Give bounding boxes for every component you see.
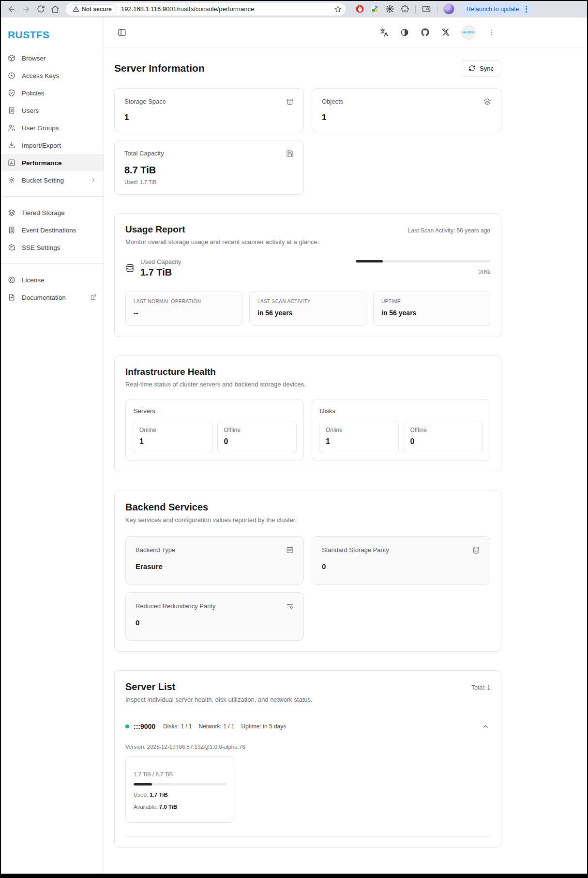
sidebar-item-browser[interactable]: Browser <box>1 49 104 67</box>
backend-title: Backend Services <box>125 502 490 513</box>
screen-search-icon[interactable] <box>422 4 431 14</box>
toolbar-separator <box>437 5 437 13</box>
browser-profile-avatar[interactable] <box>443 3 454 15</box>
external-link-icon <box>90 294 97 301</box>
last-scan-activity-box: LAST SCAN ACTIVITY in 56 years <box>249 292 366 326</box>
settings-extension-icon[interactable] <box>385 4 394 14</box>
chevron-right-icon <box>90 177 97 184</box>
browser-toolbar: Not secure 192.168.1.116:9001/rustfs/con… <box>1 1 587 17</box>
forward-button[interactable] <box>20 3 32 15</box>
disk-available-line: Available: 7.0 TiB <box>134 804 226 810</box>
standard-parity-value: 0 <box>322 562 480 570</box>
server-list-section: Server List Total: 1 Inspect individual … <box>114 670 501 848</box>
not-secure-chip[interactable]: Not secure <box>69 4 117 14</box>
chevron-up-icon <box>482 723 489 730</box>
page-title: Server Information <box>114 62 205 74</box>
cube-icon <box>8 54 15 62</box>
users-icon <box>8 124 15 132</box>
infrastructure-title: Infrastructure Health <box>125 367 490 377</box>
document-icon <box>8 293 15 301</box>
infrastructure-health-section: Infrastructure Health Real-time status o… <box>114 355 501 472</box>
sidebar-item-import-export[interactable]: Import/Export <box>1 137 104 154</box>
server-row[interactable]: :::9000 Disks: 1 / 1 Network: 1 / 1 Upti… <box>125 723 490 730</box>
home-icon <box>51 5 60 14</box>
relaunch-button[interactable]: Relaunch to update <box>460 2 532 15</box>
disk-progress-bar <box>134 783 226 786</box>
storage-space-label: Storage Space <box>124 98 166 105</box>
x-twitter-link[interactable] <box>441 28 450 36</box>
server-list-divider <box>125 836 490 837</box>
online-status-dot <box>125 724 129 728</box>
sidebar-item-policies[interactable]: Policies <box>1 84 104 102</box>
usage-report-subtitle: Monitor overall storage usage and recent… <box>125 238 490 246</box>
contrast-icon <box>400 28 409 37</box>
adblock-extension-icon[interactable] <box>355 4 364 14</box>
home-button[interactable] <box>49 3 61 15</box>
sidebar-item-users[interactable]: Users <box>1 102 104 119</box>
total-capacity-card: Total Capacity 8.7 TiB Used: 1.7 TiB <box>114 140 304 195</box>
extensions-puzzle-icon[interactable] <box>400 4 409 14</box>
sync-button[interactable]: Sync <box>461 60 501 77</box>
disk-usage-card: 1.7 TiB / 8.7 TiB Used: 1.7 TiB Availabl… <box>125 756 234 823</box>
sidebar-item-access-keys[interactable]: Access Keys <box>1 67 104 84</box>
relaunch-label: Relaunch to update <box>467 6 519 13</box>
server-endpoint: :::9000 <box>134 723 155 730</box>
backend-services-section: Backend Services Key services and config… <box>114 491 501 652</box>
layers-icon <box>8 209 15 216</box>
server-disks: Disks: 1 / 1 <box>163 723 192 730</box>
address-bar[interactable]: Not secure 192.168.1.116:9001/rustfs/con… <box>66 3 346 15</box>
copyright-icon <box>8 276 15 284</box>
sidebar-item-user-groups[interactable]: User Groups <box>1 119 104 137</box>
browser-menu-icon[interactable] <box>524 6 529 13</box>
collapse-button[interactable] <box>482 723 489 730</box>
header-menu-button[interactable] <box>487 29 495 36</box>
sync-icon <box>468 65 475 72</box>
screenshot-extension-icon[interactable] <box>370 4 379 14</box>
total-capacity-value: 8.7 TiB <box>124 165 294 176</box>
user-avatar[interactable]: RUSTFS <box>461 25 476 40</box>
toolbar-separator <box>415 5 416 13</box>
used-capacity-value: 1.7 TiB <box>140 267 181 278</box>
list-settings-icon <box>286 602 294 610</box>
servers-panel: Servers Online 1 Offline 0 <box>125 400 304 461</box>
back-button[interactable] <box>6 3 17 15</box>
servers-label: Servers <box>133 407 297 415</box>
sidebar-toggle-button[interactable] <box>118 28 126 37</box>
sidebar-item-event-destinations[interactable]: Event Destinations <box>1 221 104 239</box>
disks-offline-card: Offline 0 <box>404 421 483 453</box>
warning-icon <box>73 6 79 13</box>
disks-panel: Disks Online 1 Offline 0 <box>312 400 490 461</box>
language-button[interactable] <box>380 28 389 37</box>
gear-icon <box>8 176 15 184</box>
key-target-icon <box>8 72 15 79</box>
sidebar-item-bucket-setting[interactable]: Bucket Setting <box>1 171 104 189</box>
bookmark-star-icon[interactable] <box>334 5 342 13</box>
sidebar-item-license[interactable]: License <box>1 271 104 289</box>
disks-online-card: Online 1 <box>319 421 399 453</box>
server-version: Version: 2025-12-19T06:57:19Z@1.0.0-alph… <box>125 744 490 750</box>
objects-label: Objects <box>322 98 343 105</box>
disk-used-line: Used: 1.7 TiB <box>134 792 226 798</box>
sidebar-item-performance[interactable]: Performance <box>1 154 104 171</box>
sidebar-item-tiered-storage[interactable]: Tiered Storage <box>1 204 104 221</box>
back-icon <box>7 5 16 14</box>
forward-icon <box>22 5 30 14</box>
database-icon <box>125 263 135 273</box>
theme-toggle-button[interactable] <box>400 28 409 37</box>
sidebar-item-documentation[interactable]: Documentation <box>1 289 104 306</box>
sidebar-item-sse-settings[interactable]: SSE Settings <box>1 239 104 256</box>
disk-capacity: 1.7 TiB / 8.7 TiB <box>134 771 226 777</box>
reload-icon <box>37 5 45 13</box>
github-link[interactable] <box>421 28 430 37</box>
shield-check-icon <box>8 89 15 97</box>
used-capacity-label: Used Capacity <box>140 258 181 265</box>
reload-button[interactable] <box>35 3 46 15</box>
sidebar: RUSTFS Browser Access Keys Policies User… <box>1 17 104 874</box>
layers-icon <box>483 98 491 106</box>
servers-offline-card: Offline 0 <box>217 421 297 453</box>
server-uptime: Uptime: in 5 days <box>241 723 286 730</box>
objects-card: Objects 1 <box>312 88 501 132</box>
backend-type-card: Backend Type Erasure <box>125 536 304 585</box>
backend-subtitle: Key services and configuration values re… <box>125 516 490 524</box>
server-icon <box>286 546 294 554</box>
